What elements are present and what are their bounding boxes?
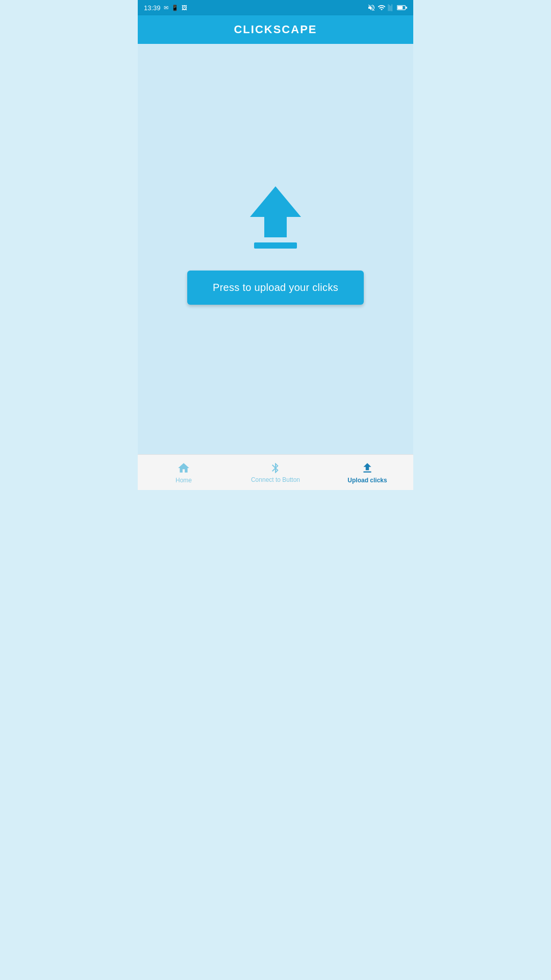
- upload-icon: [240, 184, 311, 250]
- status-time: 13:39: [144, 4, 161, 12]
- battery-icon: [397, 5, 407, 11]
- upload-icon-container: [240, 184, 311, 250]
- nav-label-home: Home: [176, 477, 192, 484]
- nav-label-connect: Connect to Button: [251, 476, 300, 483]
- home-icon: [177, 461, 190, 475]
- upload-nav-icon: [361, 461, 374, 475]
- nav-item-upload[interactable]: Upload clicks: [321, 455, 413, 490]
- svg-rect-4: [254, 242, 297, 249]
- nav-label-upload: Upload clicks: [347, 477, 387, 484]
- svg-rect-1: [397, 6, 403, 9]
- app-bar: CLICKSCAPE: [138, 15, 413, 44]
- svg-marker-3: [250, 186, 301, 237]
- phone-icon: 📱: [171, 5, 179, 11]
- bluetooth-icon: [269, 462, 282, 474]
- main-content: Press to upload your clicks: [138, 44, 413, 454]
- app-title: CLICKSCAPE: [234, 23, 317, 36]
- nav-item-connect[interactable]: Connect to Button: [230, 455, 321, 490]
- wifi-icon: [378, 4, 386, 12]
- svg-rect-2: [406, 7, 408, 9]
- gmail-icon: ✉: [164, 5, 168, 11]
- upload-clicks-button[interactable]: Press to upload your clicks: [187, 271, 364, 305]
- status-bar: 13:39 ✉ 📱 🖼: [138, 0, 413, 15]
- nav-item-home[interactable]: Home: [138, 455, 230, 490]
- bottom-nav: Home Connect to Button Upload clicks: [138, 454, 413, 490]
- image-icon: 🖼: [182, 5, 187, 11]
- status-bar-right: [367, 4, 407, 12]
- mute-icon: [367, 4, 375, 12]
- status-bar-left: 13:39 ✉ 📱 🖼: [144, 4, 187, 12]
- signal-icon: [388, 4, 395, 11]
